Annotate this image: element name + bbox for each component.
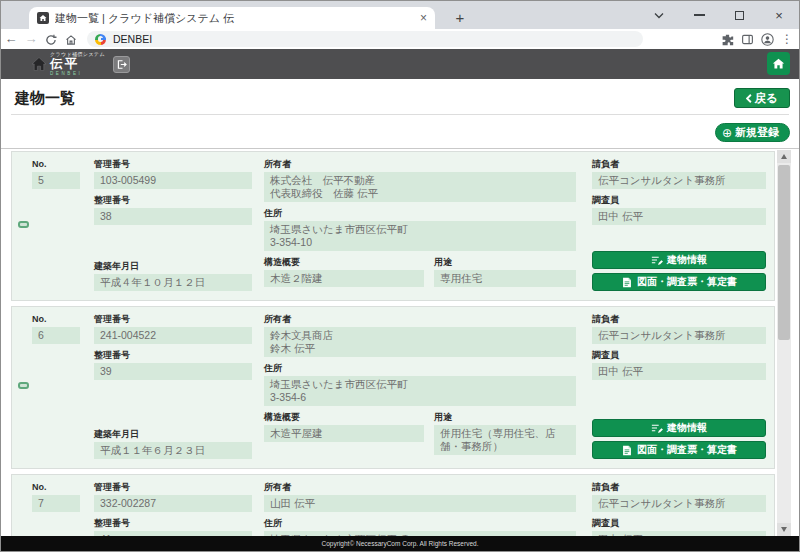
seiri-label: 整理番号 — [94, 350, 264, 361]
no-label: No. — [32, 159, 94, 170]
side-panel-icon[interactable] — [741, 33, 754, 46]
owner-field: 株式会社 伝平不動産代表取締役 佐藤 伝平 — [264, 172, 576, 202]
structure-field: 木造平屋建 — [264, 425, 424, 442]
owner-field: 鈴木文具商店鈴木 伝平 — [264, 327, 576, 357]
built-field: 平成１１年６月２３日 — [94, 442, 252, 459]
tab-search-icon[interactable] — [639, 1, 679, 29]
kanri-field: 103-005499 — [94, 172, 252, 189]
browser-tab[interactable]: 建物一覧 | クラウド補償システム 伝 × — [29, 7, 435, 29]
close-button[interactable]: × — [759, 1, 799, 29]
chevron-left-icon — [746, 94, 752, 103]
contractor-field: 伝平コンサルタント事務所 — [592, 327, 766, 344]
seiri-field: 39 — [94, 363, 252, 380]
document-icon — [621, 445, 633, 456]
site-favicon-icon — [37, 12, 49, 24]
forward-icon[interactable]: → — [21, 29, 41, 49]
usage-field: 併用住宅（専用住宅、店舗・事務所） — [434, 425, 576, 455]
building-row: No. 6 管理番号 241-004522 整理番号 39 建築年月日 平成１１… — [11, 306, 775, 469]
owner-label: 所有者 — [264, 159, 576, 170]
new-tab-button[interactable]: + — [449, 7, 471, 29]
contractor-label: 請負者 — [592, 482, 766, 493]
back-button[interactable]: 戻る — [734, 88, 790, 108]
maximize-button[interactable] — [719, 1, 759, 29]
no-field: 7 — [32, 495, 80, 512]
plus-circle-icon: ⊕ — [722, 127, 732, 139]
contractor-label: 請負者 — [592, 314, 766, 325]
footer-bar: Copyright© NecessaryCom Corp. All Rights… — [1, 536, 799, 551]
no-label: No. — [32, 482, 94, 493]
building-list-wrap: No. 5 管理番号 103-005499 整理番号 38 建築年月日 平成４年… — [1, 148, 799, 536]
kanri-label: 管理番号 — [94, 159, 264, 170]
kanri-label: 管理番号 — [94, 482, 264, 493]
logo-romaji-text: DENBEI — [50, 72, 105, 77]
building-list: No. 5 管理番号 103-005499 整理番号 38 建築年月日 平成４年… — [11, 151, 775, 536]
tab-strip: 建物一覧 | クラウド補償システム 伝 × + × — [1, 1, 799, 29]
back-icon[interactable]: ← — [1, 29, 21, 49]
no-field: 5 — [32, 172, 80, 189]
owner-field: 山田 伝平 — [264, 495, 576, 512]
url-text: DENBEI — [113, 33, 152, 45]
seiri-label: 整理番号 — [94, 195, 264, 206]
browser-window: 建物一覧 | クラウド補償システム 伝 × + × ← → DENBEI — [0, 0, 800, 552]
address-bar[interactable]: DENBEI — [87, 31, 643, 47]
address-field: 埼玉県さいたま市西区伝平町3-354-6 — [264, 376, 576, 406]
app-header: クラウド補償システム 伝平 DENBEI — [1, 49, 799, 79]
edit-lines-icon — [651, 423, 663, 434]
link-icon[interactable] — [18, 221, 29, 228]
inspector-field: 田中 伝平 — [592, 363, 766, 380]
documents-button[interactable]: 図面・調査票・算定書 — [592, 273, 766, 291]
no-field: 6 — [32, 327, 80, 344]
new-registration-button[interactable]: ⊕ 新規登録 — [715, 123, 790, 142]
usage-label: 用途 — [434, 257, 576, 268]
reload-icon[interactable] — [41, 29, 61, 49]
window-controls: × — [639, 1, 799, 29]
app-logo: クラウド補償システム 伝平 DENBEI — [50, 52, 105, 76]
minimize-button[interactable] — [679, 1, 719, 29]
extensions-icon[interactable] — [721, 33, 734, 46]
logout-button[interactable] — [113, 56, 130, 73]
copyright-text: Copyright© NecessaryCom Corp. All Rights… — [322, 540, 479, 547]
scroll-up-icon[interactable] — [777, 150, 791, 163]
built-label: 建築年月日 — [94, 429, 264, 440]
owner-label: 所有者 — [264, 314, 576, 325]
scroll-down-icon[interactable] — [777, 523, 791, 536]
building-info-button[interactable]: 建物情報 — [592, 419, 766, 437]
documents-button[interactable]: 図面・調査票・算定書 — [592, 441, 766, 459]
contractor-field: 伝平コンサルタント事務所 — [592, 172, 766, 189]
building-info-button[interactable]: 建物情報 — [592, 251, 766, 269]
tab-close-icon[interactable]: × — [420, 12, 427, 24]
link-icon[interactable] — [18, 382, 29, 389]
browser-menu-icon[interactable]: ⋮ — [781, 33, 793, 45]
inspector-label: 調査員 — [592, 518, 766, 529]
building-row: No. 5 管理番号 103-005499 整理番号 38 建築年月日 平成４年… — [11, 151, 775, 301]
contractor-label: 請負者 — [592, 159, 766, 170]
logo-house-icon — [31, 56, 47, 72]
structure-label: 構造概要 — [264, 412, 424, 423]
logo-name-text: 伝平 — [50, 58, 105, 71]
structure-field: 木造２階建 — [264, 270, 424, 287]
edit-lines-icon — [651, 255, 663, 266]
built-field: 平成４年１０月１２日 — [94, 274, 252, 291]
built-label: 建築年月日 — [94, 261, 264, 272]
kanri-field: 332-002287 — [94, 495, 252, 512]
browser-home-icon[interactable] — [61, 29, 81, 49]
inspector-label: 調査員 — [592, 195, 766, 206]
address-label: 住所 — [264, 518, 576, 529]
profile-avatar-icon[interactable] — [761, 33, 774, 46]
scrollbar[interactable] — [777, 150, 791, 536]
scrollbar-thumb[interactable] — [778, 165, 790, 340]
toolbar-right: ⋮ — [721, 29, 793, 49]
page-title: 建物一覧 — [15, 89, 75, 108]
usage-field: 専用住宅 — [434, 270, 576, 287]
seiri-label: 整理番号 — [94, 518, 264, 529]
google-g-icon — [95, 34, 106, 45]
document-icon — [621, 277, 633, 288]
app-home-button[interactable] — [767, 52, 790, 75]
contractor-field: 伝平コンサルタント事務所 — [592, 495, 766, 512]
structure-label: 構造概要 — [264, 257, 424, 268]
owner-label: 所有者 — [264, 482, 576, 493]
address-label: 住所 — [264, 208, 576, 219]
inspector-field: 田中 伝平 — [592, 208, 766, 225]
address-field: 埼玉県さいたま市西区伝平町3-354-10 — [264, 221, 576, 251]
building-row: No. 7 管理番号 332-002287 整理番号 41 建築年月日 所有者 … — [11, 474, 775, 536]
